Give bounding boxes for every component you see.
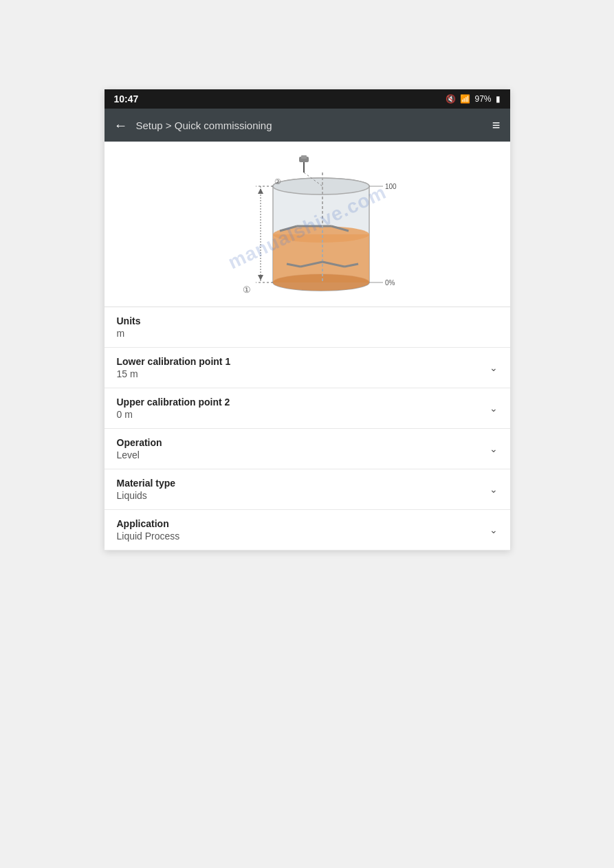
application-chevron: ⌄ [490, 524, 498, 535]
svg-marker-22 [258, 188, 263, 194]
svg-text:0%: 0% [385, 279, 395, 287]
back-button[interactable]: ← [114, 118, 128, 133]
toolbar: ← Setup > Quick commissioning ≡ [105, 109, 510, 142]
status-bar: 10:47 🔇 📶 97% ▮ [105, 89, 510, 109]
settings-item-upper-cal[interactable]: Upper calibration point 2 0 m ⌄ [105, 388, 510, 429]
lower-cal-chevron: ⌄ [490, 362, 498, 373]
mute-icon: 🔇 [446, 94, 456, 104]
menu-button[interactable]: ≡ [492, 118, 501, 133]
units-label: Units [117, 315, 141, 326]
toolbar-title: Setup > Quick commissioning [136, 120, 272, 131]
settings-item-application[interactable]: Application Liquid Process ⌄ [105, 510, 510, 550]
status-time: 10:47 [114, 93, 139, 104]
toolbar-left: ← Setup > Quick commissioning [114, 118, 272, 133]
battery-icon: ▮ [496, 94, 501, 104]
tank-svg: 100% 0% ① ② [218, 155, 397, 300]
upper-cal-chevron: ⌄ [490, 403, 498, 414]
page-wrapper: 10:47 🔇 📶 97% ▮ ← Setup > Quick commissi… [0, 0, 614, 868]
svg-text:100%: 100% [385, 183, 397, 190]
wifi-icon: 📶 [460, 94, 470, 104]
material-content: Material type Liquids [117, 478, 176, 501]
operation-chevron: ⌄ [490, 443, 498, 454]
application-value: Liquid Process [117, 531, 180, 542]
application-content: Application Liquid Process [117, 518, 180, 542]
settings-item-material[interactable]: Material type Liquids ⌄ [105, 469, 510, 510]
settings-item-lower-cal[interactable]: Lower calibration point 1 15 m ⌄ [105, 348, 510, 388]
lower-cal-label: Lower calibration point 1 [117, 356, 231, 367]
svg-marker-23 [258, 275, 263, 280]
svg-text:②: ② [274, 177, 281, 186]
operation-label: Operation [117, 437, 162, 448]
battery-level: 97% [474, 94, 491, 104]
lower-cal-content: Lower calibration point 1 15 m [117, 356, 231, 379]
settings-item-units[interactable]: Units m [105, 307, 510, 348]
operation-content: Operation Level [117, 437, 162, 460]
upper-cal-label: Upper calibration point 2 [117, 397, 230, 408]
material-chevron: ⌄ [490, 484, 498, 495]
application-label: Application [117, 518, 180, 529]
svg-rect-2 [301, 155, 307, 159]
diagram-area: manualshive.com [105, 142, 510, 307]
svg-point-6 [273, 178, 369, 194]
phone-frame: 10:47 🔇 📶 97% ▮ ← Setup > Quick commissi… [105, 89, 510, 550]
settings-item-operation[interactable]: Operation Level ⌄ [105, 429, 510, 469]
material-label: Material type [117, 478, 176, 489]
settings-list: Units m Lower calibration point 1 15 m ⌄… [105, 307, 510, 550]
upper-cal-content: Upper calibration point 2 0 m [117, 397, 230, 420]
status-icons: 🔇 📶 97% ▮ [446, 94, 500, 104]
tank-diagram: manualshive.com [218, 155, 397, 300]
operation-value: Level [117, 449, 162, 460]
lower-cal-value: 15 m [117, 368, 231, 379]
svg-point-9 [273, 274, 369, 291]
upper-cal-value: 0 m [117, 409, 230, 420]
units-value: m [117, 328, 141, 339]
svg-text:①: ① [243, 285, 251, 295]
units-content: Units m [117, 315, 141, 339]
material-value: Liquids [117, 490, 176, 501]
